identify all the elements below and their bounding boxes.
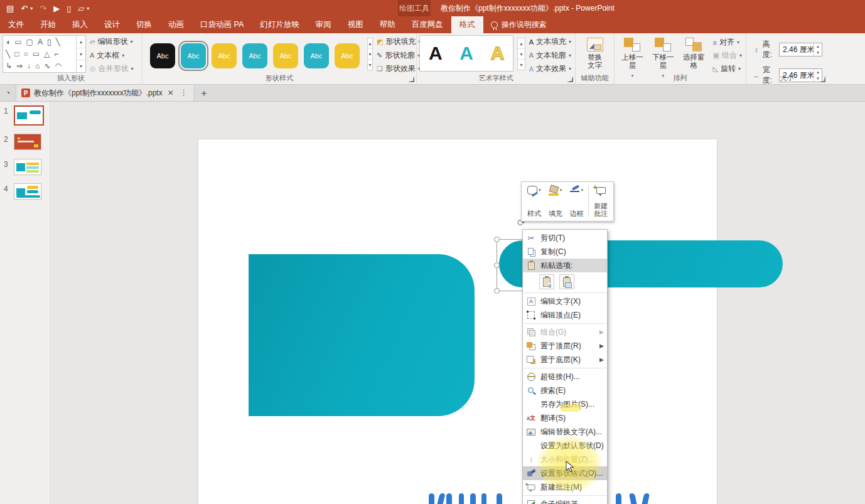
edit-shape-button[interactable]: ▱ 编辑形状 ▾ (90, 36, 134, 47)
new-file-icon[interactable]: ▯ (67, 4, 71, 13)
alt-text-button[interactable]: 替换文字 (578, 35, 611, 72)
resize-handle-middle-left[interactable] (494, 262, 500, 268)
text-effects-button[interactable]: A 文本效果 ▾ (529, 63, 571, 74)
tab-animations[interactable]: 动画 (160, 16, 192, 33)
text-fill-button[interactable]: A 文本填充 ▾ (529, 36, 571, 47)
tab-file[interactable]: 文件 (0, 16, 32, 33)
paste-keep-formatting-button[interactable] (539, 274, 554, 289)
undo-icon[interactable]: ↶ (21, 4, 28, 13)
menu-item-save-as-picture[interactable]: 另存为图片(S)... (523, 397, 607, 411)
tab-insert[interactable]: 插入 (64, 16, 96, 33)
shape-gallery-row3-icons[interactable]: ↳⇒↓⌂∿◠ (6, 60, 73, 72)
menu-item-cut[interactable]: ✂ 剪切(T) (523, 231, 607, 245)
menu-item-send-to-back[interactable]: 置于底层(K) ▶ (523, 353, 607, 367)
wordart-gallery-scrollbar[interactable]: ▲ ▼ ▼ (517, 38, 525, 70)
menu-item-hyperlink[interactable]: 超链接(H)... (523, 370, 607, 383)
shape-gallery[interactable]: ◖▭▢A▯╲ ╲□○▭△⌐ ↳⇒↓⌂∿◠ ▲ ▼ ▼ (3, 35, 86, 73)
resize-handle-top-left[interactable] (494, 237, 500, 242)
slide-2-thumbnail[interactable] (14, 134, 41, 150)
tab-view[interactable]: 视图 (340, 16, 372, 33)
menu-item-box-editor[interactable]: 盒子编辑器 (523, 497, 607, 504)
shape-gallery-row1-icons[interactable]: ◖▭▢A▯╲ (6, 36, 73, 48)
slide-4-thumbnail[interactable] (14, 183, 41, 200)
height-spin-arrows[interactable]: ▲▼ (814, 43, 822, 56)
menu-item-translate[interactable]: a文 翻译(S) (523, 411, 607, 425)
wordart-dialog-launcher[interactable] (567, 77, 573, 82)
gallery-more-icon[interactable]: ▼ (77, 60, 85, 72)
scroll-up-icon[interactable]: ▲ (77, 36, 85, 48)
shape-gallery-scrollbar[interactable]: ▲ ▼ ▼ (76, 36, 85, 72)
close-tab-icon[interactable]: ✕ (166, 88, 175, 97)
tab-slideshow[interactable]: 幻灯片放映 (252, 16, 308, 33)
tab-pocket-animation[interactable]: 口袋动画 PA (192, 16, 252, 33)
menu-separator (524, 368, 606, 368)
tab-menu-icon[interactable]: ⋮ (179, 88, 189, 97)
new-tab-button[interactable]: ＋ (195, 85, 213, 101)
height-spinner[interactable]: ▲▼ (779, 43, 822, 56)
tab-help[interactable]: 帮助 (372, 16, 404, 33)
shape-style-swatch-black[interactable]: Abc (150, 43, 175, 68)
slideshow-icon[interactable]: ▶ (53, 4, 60, 13)
hyperlink-icon (525, 373, 537, 381)
paste-as-picture-button[interactable] (559, 274, 574, 289)
slide-3-thumbnail[interactable] (14, 159, 41, 175)
tell-me-search[interactable]: 操作说明搜索 (483, 16, 554, 33)
shape-effects-button[interactable]: ❏ 形状效果 ▾ (377, 63, 421, 74)
menu-item-edit-alt-text[interactable]: 编辑替换文字(A)... (523, 425, 607, 439)
tab-format[interactable]: 格式 (451, 16, 483, 33)
shape-styles-dialog-launcher[interactable] (409, 77, 414, 82)
text-box-button[interactable]: A 文本框 ▾ (90, 50, 134, 61)
document-tab[interactable]: P 教你制作《ppt制作xxxxxxx功能》.pptx ✕ ⋮ (16, 85, 195, 101)
menu-item-set-default-shape[interactable]: 设置为默认形状(D) (523, 439, 607, 453)
slide-canvas[interactable]: ⟳ ▾ 样式 ▾ 填充 ▾ 边框 (50, 102, 865, 504)
tab-review[interactable]: 审阅 (308, 16, 340, 33)
shape-style-swatch-teal[interactable]: Abc (242, 43, 267, 68)
tab-design[interactable]: 设计 (96, 16, 128, 33)
shape-style-swatch-teal[interactable]: Abc (304, 43, 329, 68)
shape-style-swatch-yellow[interactable]: Abc (273, 43, 298, 68)
wordart-style-teal[interactable]: A (459, 43, 473, 64)
menu-item-edit-points[interactable]: 编辑顶点(E) (523, 308, 607, 322)
tab-baidu-netdisk[interactable]: 百度网盘 (404, 16, 451, 33)
send-to-back-icon (525, 356, 537, 364)
main-area: 1 2 3 4 (0, 102, 865, 504)
menu-item-copy[interactable]: 复制(C) (523, 245, 607, 259)
shape-fill-button[interactable]: ◩ 形状填充 ▾ (377, 36, 421, 47)
rotate-button[interactable]: ◺ 旋转 ▾ (713, 63, 742, 74)
scroll-down-icon[interactable]: ▼ (77, 48, 85, 60)
mini-border-button[interactable]: ▾ 边框 (566, 185, 588, 218)
tab-home[interactable]: 开始 (32, 16, 64, 33)
shape-outline-button[interactable]: ✎ 形状轮廓 ▾ (377, 50, 421, 61)
customize-qat-icon[interactable]: ▾ (87, 6, 89, 11)
menu-item-new-comment[interactable]: 新建批注(M) (523, 480, 607, 494)
group-accessibility: 替换文字 辅助功能 (575, 33, 614, 84)
menu-item-format-shape[interactable]: 设置形状格式(O)... (523, 466, 607, 480)
resize-handle-bottom-left[interactable] (494, 288, 500, 294)
wordart-style-yellow[interactable]: A (491, 43, 505, 64)
text-outline-button[interactable]: A 文本轮廓 ▾ (529, 50, 571, 61)
shape-style-swatch-teal-selected[interactable]: Abc (181, 43, 206, 68)
mini-style-button[interactable]: ▾ 样式 (524, 185, 545, 218)
mini-new-comment-button[interactable]: 新建批注 (590, 185, 611, 218)
undo-dropdown-icon[interactable]: ▾ (30, 6, 33, 11)
align-button[interactable]: ≡ 对齐 ▾ (713, 37, 742, 48)
history-icon[interactable]: ◔ (0, 85, 16, 101)
slide-1-thumbnail[interactable] (14, 105, 44, 126)
menu-item-search[interactable]: 搜索(E) (523, 383, 607, 397)
mini-fill-button[interactable]: ▾ 填充 (545, 185, 566, 218)
size-dialog-launcher[interactable] (820, 77, 825, 82)
wordart-style-black[interactable]: A (429, 43, 443, 64)
style-gallery-scrollbar[interactable]: ▲ ▼ ▼ (367, 38, 373, 70)
menu-item-bring-to-front[interactable]: 置于顶层(R) ▶ (523, 339, 607, 353)
height-input[interactable] (780, 45, 814, 54)
save-icon[interactable]: ▤ (6, 4, 14, 13)
menu-item-edit-text[interactable]: A 编辑文字(X) (523, 294, 607, 308)
lightbulb-icon (491, 21, 498, 28)
shape-style-swatch-yellow[interactable]: Abc (335, 43, 360, 68)
shape-gallery-row2-icons[interactable]: ╲□○▭△⌐ (6, 48, 73, 60)
open-folder-icon[interactable]: ▱ (78, 4, 84, 13)
shape-style-swatch-yellow[interactable]: Abc (212, 43, 237, 68)
teal-rounded-rectangle-shape[interactable] (249, 254, 475, 416)
style-icon (527, 186, 537, 195)
tab-transitions[interactable]: 切换 (128, 16, 160, 33)
